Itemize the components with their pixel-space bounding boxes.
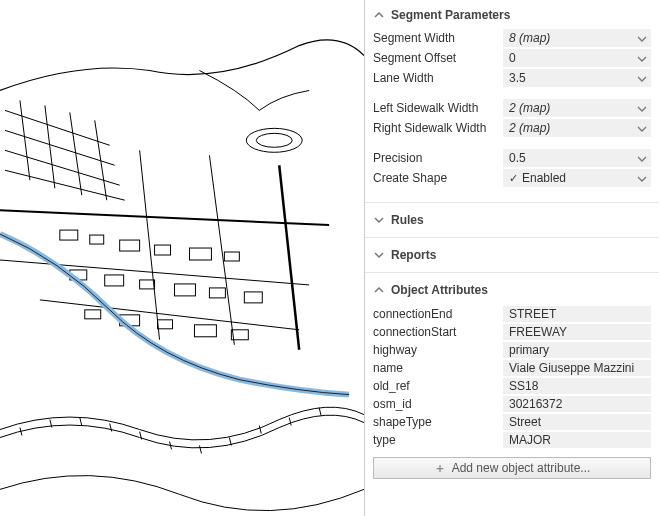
param-value-field[interactable]: 0.5	[503, 149, 651, 167]
chevron-down-icon[interactable]	[637, 123, 647, 133]
attr-connection-start: connectionStart FREEWAY	[365, 323, 659, 341]
attr-label: connectionStart	[373, 325, 503, 339]
add-object-attribute-button[interactable]: ＋ Add new object attribute...	[373, 457, 651, 479]
svg-rect-11	[175, 284, 196, 296]
attr-label: type	[373, 433, 503, 447]
param-label: Right Sidewalk Width	[373, 121, 503, 135]
svg-rect-17	[194, 325, 216, 337]
plus-icon: ＋	[434, 462, 446, 474]
svg-point-1	[256, 133, 292, 147]
chevron-down-icon[interactable]	[637, 33, 647, 43]
attr-value-text: SS18	[509, 379, 538, 393]
attr-label: osm_id	[373, 397, 503, 411]
attr-shape-type: shapeType Street	[365, 413, 659, 431]
param-label: Lane Width	[373, 71, 503, 85]
attr-value-text: primary	[509, 343, 549, 357]
param-value-field[interactable]: 2 (map)	[503, 119, 651, 137]
section-title: Segment Parameters	[391, 8, 510, 22]
attr-type: type MAJOR	[365, 431, 659, 449]
attr-label: name	[373, 361, 503, 375]
chevron-down-icon[interactable]	[637, 103, 647, 113]
svg-rect-3	[90, 235, 104, 244]
svg-rect-4	[120, 240, 140, 251]
attr-value-field[interactable]: 30216372	[503, 396, 651, 412]
attr-value-text: STREET	[509, 307, 556, 321]
attr-value-field[interactable]: primary	[503, 342, 651, 358]
param-value-text: 3.5	[509, 71, 526, 85]
svg-rect-7	[224, 252, 239, 261]
svg-rect-16	[158, 320, 173, 329]
attr-value-field[interactable]: FREEWAY	[503, 324, 651, 340]
param-value-field[interactable]: ✓ Enabled	[503, 169, 651, 187]
attr-label: highway	[373, 343, 503, 357]
param-label: Left Sidewalk Width	[373, 101, 503, 115]
param-value-text: 2 (map)	[509, 101, 550, 115]
param-label: Segment Offset	[373, 51, 503, 65]
attr-value-field[interactable]: MAJOR	[503, 432, 651, 448]
svg-rect-5	[155, 245, 171, 255]
attr-value-field[interactable]: Viale Giuseppe Mazzini	[503, 360, 651, 376]
param-label: Create Shape	[373, 171, 503, 185]
param-lane-width: Lane Width 3.5	[365, 68, 659, 88]
chevron-up-icon	[373, 9, 385, 21]
attr-value-field[interactable]: STREET	[503, 306, 651, 322]
param-value-text: 8 (map)	[509, 31, 550, 45]
svg-rect-6	[189, 248, 211, 260]
param-create-shape: Create Shape ✓ Enabled	[365, 168, 659, 188]
svg-rect-2	[60, 230, 78, 240]
section-title: Rules	[391, 213, 424, 227]
section-reports[interactable]: Reports	[365, 244, 659, 266]
svg-rect-10	[140, 280, 155, 289]
section-rules[interactable]: Rules	[365, 209, 659, 231]
attr-value-text: FREEWAY	[509, 325, 567, 339]
param-value-field[interactable]: 3.5	[503, 69, 651, 87]
object-attributes-body: connectionEnd STREET connectionStart FRE…	[365, 301, 659, 453]
chevron-down-icon[interactable]	[637, 73, 647, 83]
attr-value-text: MAJOR	[509, 433, 551, 447]
param-label: Segment Width	[373, 31, 503, 45]
attr-value-text: Viale Giuseppe Mazzini	[509, 361, 634, 375]
chevron-down-icon[interactable]	[637, 173, 647, 183]
param-value-field[interactable]: 2 (map)	[503, 99, 651, 117]
param-precision: Precision 0.5	[365, 148, 659, 168]
divider	[365, 237, 659, 238]
attr-value-text: Street	[509, 415, 541, 429]
segment-parameters-body: Segment Width 8 (map) Segment Offset 0 L…	[365, 26, 659, 196]
chevron-down-icon[interactable]	[637, 53, 647, 63]
attr-osm-id: osm_id 30216372	[365, 395, 659, 413]
attr-label: shapeType	[373, 415, 503, 429]
svg-rect-12	[209, 288, 225, 298]
param-value-text: 2 (map)	[509, 121, 550, 135]
param-value-text: 0	[509, 51, 516, 65]
attr-value-field[interactable]: Street	[503, 414, 651, 430]
section-object-attributes[interactable]: Object Attributes	[365, 279, 659, 301]
section-title: Object Attributes	[391, 283, 488, 297]
check-icon: ✓	[509, 172, 518, 185]
chevron-down-icon[interactable]	[637, 153, 647, 163]
svg-rect-9	[105, 275, 124, 286]
svg-rect-13	[244, 292, 262, 303]
inspector-panel: Segment Parameters Segment Width 8 (map)…	[365, 0, 659, 516]
param-label: Precision	[373, 151, 503, 165]
param-value-text: 0.5	[509, 151, 526, 165]
section-title: Reports	[391, 248, 436, 262]
attr-value-field[interactable]: SS18	[503, 378, 651, 394]
attr-highway: highway primary	[365, 341, 659, 359]
selected-road[interactable]	[0, 234, 349, 395]
param-right-sidewalk-width: Right Sidewalk Width 2 (map)	[365, 118, 659, 138]
param-value-field[interactable]: 0	[503, 49, 651, 67]
attr-label: connectionEnd	[373, 307, 503, 321]
attr-old-ref: old_ref SS18	[365, 377, 659, 395]
svg-point-0	[246, 128, 302, 152]
attr-label: old_ref	[373, 379, 503, 393]
add-button-label: Add new object attribute...	[452, 461, 591, 475]
attr-connection-end: connectionEnd STREET	[365, 305, 659, 323]
attr-value-text: 30216372	[509, 397, 562, 411]
divider	[365, 272, 659, 273]
section-segment-parameters[interactable]: Segment Parameters	[365, 4, 659, 26]
param-value-field[interactable]: 8 (map)	[503, 29, 651, 47]
attr-name: name Viale Giuseppe Mazzini	[365, 359, 659, 377]
scene-canvas[interactable]	[0, 0, 364, 516]
chevron-down-icon	[373, 249, 385, 261]
3d-viewport[interactable]	[0, 0, 365, 516]
